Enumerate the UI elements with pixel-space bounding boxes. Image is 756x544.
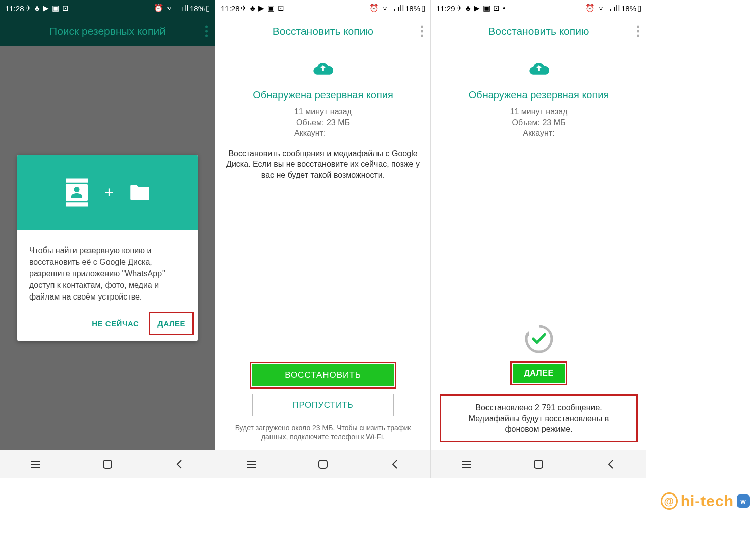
status-time: 11:29 <box>436 4 455 13</box>
backup-found-headline: Обнаружена резервная копия <box>469 89 609 101</box>
watermark: @ hi-tech w <box>661 492 750 510</box>
battery-icon: ▯ <box>637 4 641 13</box>
skip-button[interactable]: ПРОПУСТИТЬ <box>252 394 394 416</box>
backup-meta: 11 минут назад Объем: 23 МБ Аккаунт: <box>510 106 568 139</box>
recent-apps-button[interactable] <box>243 459 260 470</box>
more-options-icon[interactable] <box>637 26 639 37</box>
recent-apps-button[interactable] <box>27 459 44 470</box>
app-bar-title: Восстановить копию <box>488 25 589 37</box>
watermark-text: hi-tech <box>681 492 734 510</box>
restore-description: Восстановить сообщения и медиафайлы с Go… <box>215 148 430 181</box>
screenshot-1: 11:28 ✈ ♣ ▶ ▣ ⊡ ⏰ ᯤ ₊ıll 18% ▯ Поиск рез… <box>0 0 215 478</box>
backup-meta: 11 минут назад Объем: 23 МБ Аккаунт: <box>294 106 352 139</box>
highlight-box-result: Восстановлено 2 791 сообщение. Медиафайл… <box>440 394 638 442</box>
backup-time: 11 минут назад <box>510 106 568 117</box>
folder-icon <box>125 180 155 205</box>
status-app-icons: ✈ ♣ ▶ ▣ ⊡ <box>25 4 70 13</box>
permission-card: + Чтобы найти резервную копию и восстано… <box>17 155 198 342</box>
back-button[interactable] <box>386 459 403 470</box>
status-bar: 11:29 ✈ ♣ ▶ ▣ ⊡ • ⏰ ᯤ ₊ıll 18% ▯ <box>431 0 646 16</box>
svg-rect-1 <box>66 202 88 206</box>
screenshot-3: 11:29 ✈ ♣ ▶ ▣ ⊡ • ⏰ ᯤ ₊ıll 18% ▯ Восстан… <box>431 0 646 478</box>
watermark-vk-icon: w <box>737 494 750 508</box>
svg-point-3 <box>74 187 80 192</box>
app-bar: Поиск резервных копий <box>0 16 215 46</box>
backup-account: Аккаунт: <box>294 128 352 139</box>
battery-icon: ▯ <box>206 4 210 13</box>
screen-body: Обнаружена резервная копия 11 минут наза… <box>431 46 646 450</box>
status-app-icons: ✈ ♣ ▶ ▣ ⊡ • <box>456 4 506 13</box>
success-check-icon <box>524 324 554 354</box>
next-button[interactable]: ДАЛЕЕ <box>513 364 564 383</box>
status-battery: 18% <box>621 4 636 13</box>
status-sys-icons: ⏰ ᯤ ₊ıll <box>369 4 404 13</box>
restore-result: Восстановлено 2 791 сообщение. Медиафайл… <box>442 397 635 440</box>
backup-found-headline: Обнаружена резервная копия <box>253 89 393 101</box>
backup-account: Аккаунт: <box>510 128 568 139</box>
status-app-icons: ✈ ♣ ▶ ▣ ⊡ <box>241 4 285 13</box>
home-button[interactable] <box>99 459 116 470</box>
recent-apps-button[interactable] <box>458 459 475 470</box>
backup-size: Объем: 23 МБ <box>510 117 568 128</box>
battery-icon: ▯ <box>421 4 425 13</box>
back-button[interactable] <box>602 459 619 470</box>
status-battery: 18% <box>405 4 420 13</box>
android-nav-bar <box>431 450 646 478</box>
back-button[interactable] <box>171 459 188 470</box>
not-now-button[interactable]: НЕ СЕЙЧАС <box>86 312 145 335</box>
screenshot-2: 11:28 ✈ ♣ ▶ ▣ ⊡ ⏰ ᯤ ₊ıll 18% ▯ Восстанов… <box>215 0 431 478</box>
status-sys-icons: ⏰ ᯤ ₊ıll <box>154 4 189 13</box>
backup-size: Объем: 23 МБ <box>294 117 352 128</box>
plus-icon: + <box>104 184 114 201</box>
next-button[interactable]: ДАЛЕЕ <box>151 314 191 333</box>
cloud-upload-icon <box>524 58 554 80</box>
more-options-icon[interactable] <box>205 26 208 37</box>
status-sys-icons: ⏰ ᯤ ₊ıll <box>585 4 620 13</box>
status-bar: 11:28 ✈ ♣ ▶ ▣ ⊡ ⏰ ᯤ ₊ıll 18% ▯ <box>0 0 215 16</box>
card-message: Чтобы найти резервную копию и восстанови… <box>17 230 198 312</box>
status-battery: 18% <box>190 4 205 13</box>
svg-rect-0 <box>66 178 88 182</box>
app-bar-title: Восстановить копию <box>273 25 373 37</box>
screen-body: + Чтобы найти резервную копию и восстано… <box>0 46 215 450</box>
data-usage-note: Будет загружено около 23 МБ. Чтобы снизи… <box>215 423 430 450</box>
highlight-box: ВОССТАНОВИТЬ <box>250 362 396 389</box>
app-bar-title: Поиск резервных копий <box>49 25 166 37</box>
android-nav-bar <box>215 450 430 478</box>
app-bar: Восстановить копию <box>215 16 430 46</box>
contacts-icon <box>60 176 93 209</box>
restore-button[interactable]: ВОССТАНОВИТЬ <box>252 364 394 386</box>
backup-time: 11 минут назад <box>294 106 352 117</box>
status-time: 11:28 <box>5 4 24 13</box>
android-nav-bar <box>0 450 215 478</box>
watermark-at-icon: @ <box>661 492 678 510</box>
more-options-icon[interactable] <box>421 26 423 37</box>
highlight-box: ДАЛЕЕ <box>149 312 194 335</box>
highlight-box: ДАЛЕЕ <box>510 361 567 385</box>
status-time: 11:28 <box>221 4 240 13</box>
status-bar: 11:28 ✈ ♣ ▶ ▣ ⊡ ⏰ ᯤ ₊ıll 18% ▯ <box>215 0 430 16</box>
home-button[interactable] <box>530 459 547 470</box>
home-button[interactable] <box>314 459 332 470</box>
screen-body: Обнаружена резервная копия 11 минут наза… <box>215 46 430 450</box>
svg-rect-11 <box>319 460 327 468</box>
svg-rect-7 <box>103 460 112 468</box>
app-bar: Восстановить копию <box>431 16 646 46</box>
svg-rect-16 <box>534 460 543 468</box>
cloud-upload-icon <box>308 58 338 80</box>
card-illustration: + <box>17 155 198 230</box>
